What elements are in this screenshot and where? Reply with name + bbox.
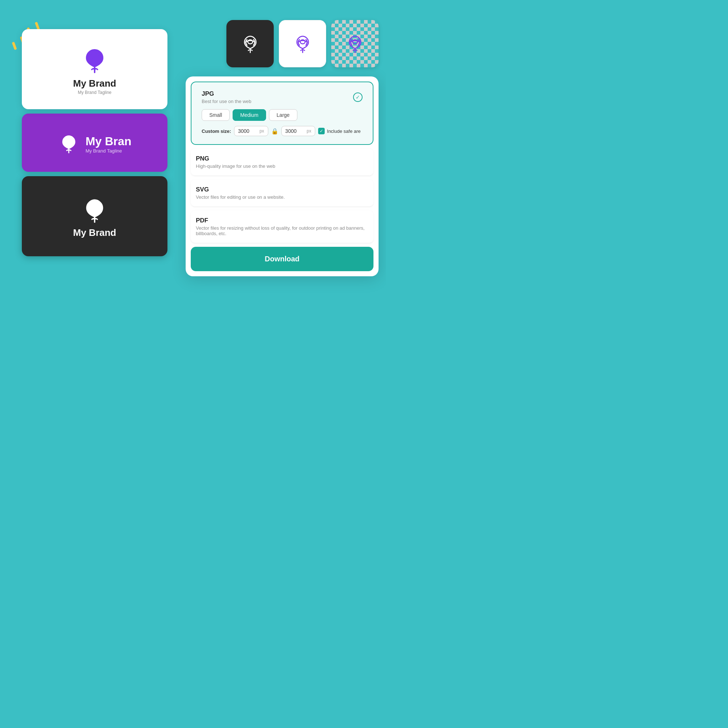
format-svg-title: SVG (196, 186, 369, 193)
height-input-wrapper[interactable]: px (281, 126, 316, 136)
size-large-button[interactable]: Large (269, 109, 297, 121)
download-button[interactable]: Download (191, 247, 373, 271)
format-svg[interactable]: SVG Vector files for editing or use on a… (191, 179, 373, 207)
logo-icon-purple-card (58, 133, 80, 155)
logo-stack: My Brand My Brand Tagline My Bran My Bra… (22, 29, 193, 256)
logo-icon-purple (80, 46, 109, 75)
other-formats: PNG High-quality image for use on the we… (186, 145, 379, 243)
custom-size-row: Custom size: px 🔒 px ✓ Include safe are (202, 126, 362, 136)
black-logo-card: My Brand (22, 176, 167, 256)
size-buttons: Small Medium Large (202, 109, 362, 121)
size-small-button[interactable]: Small (202, 109, 230, 121)
size-medium-button[interactable]: Medium (232, 109, 266, 121)
purple-logo-card: My Bran My Brand Tagline (22, 113, 167, 172)
width-px-label: px (260, 128, 264, 134)
format-pdf[interactable]: PDF Vector files for resizing without lo… (191, 210, 373, 243)
height-input[interactable] (285, 128, 305, 134)
format-jpg[interactable]: JPG Best for use on the web ✓ Small Medi… (191, 81, 373, 145)
transparent-thumbnail[interactable] (331, 20, 379, 67)
width-input[interactable] (238, 128, 258, 134)
format-png-desc: High-quality image for use on the web (196, 164, 369, 169)
format-png[interactable]: PNG High-quality image for use on the we… (191, 148, 373, 176)
logo-icon-black-card (80, 197, 109, 224)
light-thumbnail[interactable] (279, 20, 326, 67)
format-jpg-desc: Best for use on the web (202, 99, 252, 104)
brand-tagline-purple-card: My Brand Tagline (86, 148, 132, 154)
brand-tagline-white-card: My Brand Tagline (78, 90, 112, 95)
custom-size-label: Custom size: (202, 128, 231, 134)
white-logo-card: My Brand My Brand Tagline (22, 29, 167, 109)
dark-thumbnail[interactable] (226, 20, 274, 67)
format-png-title: PNG (196, 155, 369, 162)
brand-name-white-card: My Brand (73, 78, 116, 89)
thumbnails-row (226, 20, 379, 67)
download-panel: JPG Best for use on the web ✓ Small Medi… (186, 76, 379, 276)
format-pdf-title: PDF (196, 217, 369, 224)
format-pdf-desc: Vector files for resizing without loss o… (196, 225, 369, 236)
height-px-label: px (307, 128, 312, 134)
jpg-check-icon: ✓ (353, 92, 362, 102)
brand-name-black-card: My Brand (73, 227, 116, 239)
safe-area-label: Include safe are (327, 128, 361, 134)
brand-name-purple-card: My Bran (86, 135, 132, 148)
format-svg-desc: Vector files for editing or use on a web… (196, 194, 369, 200)
lock-icon: 🔒 (271, 128, 278, 135)
safe-area-checkbox[interactable]: ✓ (318, 128, 325, 134)
dash-4 (12, 41, 17, 50)
safe-area-checkbox-row[interactable]: ✓ Include safe are (318, 128, 361, 134)
width-input-wrapper[interactable]: px (234, 126, 268, 136)
format-jpg-title: JPG (202, 90, 252, 98)
